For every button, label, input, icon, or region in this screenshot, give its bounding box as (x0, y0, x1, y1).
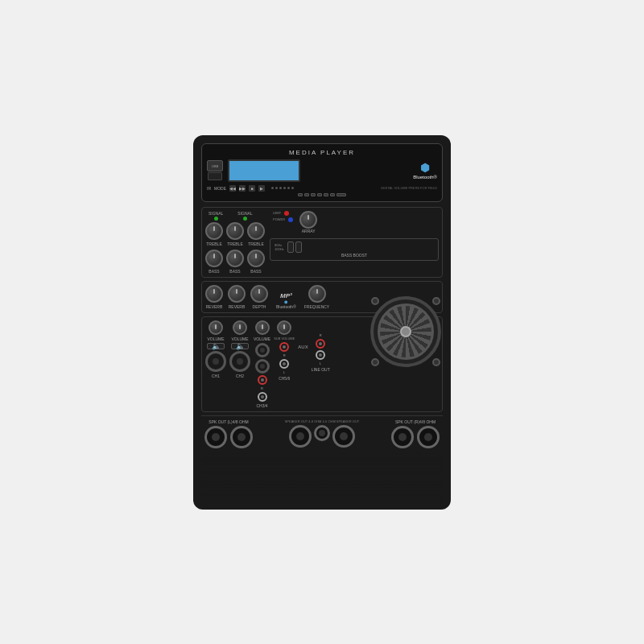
ch1-label: CH1 (212, 374, 220, 378)
mp3-bluetooth-wrap: MP³ ⬢ Bluetooth® (276, 292, 296, 309)
lineout-rca: R L (316, 333, 325, 365)
boost-switch-1[interactable] (287, 242, 294, 253)
speaker-sym-1: 🔈 (212, 342, 221, 350)
ch2-jack[interactable] (229, 351, 250, 372)
ch34-jack-2[interactable] (255, 359, 270, 374)
lineout-rca-r[interactable] (316, 339, 325, 349)
spk-r-jacks (391, 426, 440, 448)
frequency-knob[interactable] (308, 285, 326, 303)
center-jack-3[interactable] (332, 425, 355, 448)
channel-strip-3: TREBLE (247, 222, 265, 246)
bass-label-2: BASS (229, 269, 240, 274)
limit-power-indicators: LIMIT POWER (273, 211, 293, 222)
ch1-symbol: 🔈 (207, 343, 225, 349)
preset-row (207, 193, 437, 196)
spk-l-jack-1[interactable] (204, 426, 227, 448)
frequency-strip: FREQUENCY (304, 285, 329, 309)
vol-knob-ch34[interactable] (255, 320, 270, 335)
treble-knob-2[interactable] (226, 222, 244, 240)
limit-led (284, 211, 289, 216)
bass-boost-switches (287, 242, 302, 253)
vol-knob-ch56[interactable] (277, 320, 291, 335)
bass-row: BASS BASS BASS (205, 250, 265, 274)
treble-knob-1[interactable] (205, 222, 223, 240)
ch34-block: VOLUME R CH3/4 (254, 320, 270, 408)
ch2-symbol: 🔈 (231, 343, 249, 349)
channel-strip-1: TREBLE (205, 222, 223, 246)
vol-label-ch1: VOLUME (207, 336, 224, 341)
speaker-out-label: SPEAKER OUT 4-8 OHM 4-6 OHM SPEAKER OUT (285, 419, 360, 423)
ch56-rca: R L (279, 342, 289, 374)
usb-slot[interactable]: USB (207, 160, 223, 171)
mode-dots (271, 187, 294, 189)
prev-btn[interactable]: ◀◀ (229, 185, 236, 192)
fan-container (370, 296, 443, 369)
treble-label-3: TREBLE (248, 242, 263, 246)
spk-r-jack-2[interactable] (417, 426, 440, 448)
bass-knob-2[interactable] (226, 250, 244, 267)
spk-out-l-block: SPK OUT (L)4/8 OHM (204, 419, 253, 448)
center-jack-1[interactable] (289, 425, 312, 448)
play-btn[interactable]: ▶ (258, 185, 265, 192)
rca-red-r2[interactable] (279, 342, 289, 352)
boost-switch-2[interactable] (295, 242, 302, 253)
screw-tr (432, 297, 440, 305)
bass-strip-2: BASS (226, 250, 244, 274)
spk-l-jack-2[interactable] (230, 426, 253, 448)
frequency-label: FREQUENCY (304, 304, 329, 309)
l-lineout-label: L (320, 361, 321, 365)
lineout-rca-l[interactable] (316, 350, 325, 360)
digital-vol-label: DIGITAL VOLUME PRESS FOR FIELD (381, 186, 437, 190)
bass-label-1: BASS (208, 269, 219, 274)
vol-label-ch34: VOLUME (254, 336, 270, 341)
speaker-out-center-block: SPEAKER OUT 4-8 OHM 4-6 OHM SPEAKER OUT (258, 419, 386, 448)
limit-power-array: LIMIT POWER ARRAY (270, 211, 439, 233)
array-knob[interactable] (299, 211, 317, 229)
screw-tl (371, 297, 379, 305)
ch1-jack[interactable] (205, 351, 226, 372)
spk-out-section: SPK OUT (L)4/8 OHM SPEAKER OUT 4-8 OHM 4… (201, 415, 443, 452)
reverb-knob-1[interactable] (205, 285, 223, 303)
sub-vol-label: SUB VOLUME (274, 336, 295, 341)
aux-label: AUX (298, 345, 308, 349)
array-knob-wrap: ARRAY (299, 211, 317, 233)
bass-knob-1[interactable] (205, 250, 223, 267)
reverb-knob-2[interactable] (228, 285, 246, 303)
ch56-label: CH5/6 (279, 376, 290, 381)
power-led (288, 217, 293, 222)
usb-label: USB (212, 164, 218, 168)
l-label: L (283, 370, 285, 374)
stop-btn[interactable]: ■ (249, 185, 255, 192)
reverb-label-2: REVERB (229, 304, 246, 309)
treble-row: TREBLE TREBLE TREBLE (205, 222, 265, 246)
speaker-sym-2: 🔈 (236, 342, 245, 350)
rca-red-r[interactable] (258, 375, 267, 385)
rca-white-l[interactable] (258, 392, 267, 402)
vol-knob-ch2[interactable] (233, 320, 247, 335)
bass-boost-section: 80Hz 100Hz BASS BOOST (270, 238, 439, 261)
depth-knob[interactable] (250, 285, 268, 303)
lineout-block: R L LINE OUT (312, 320, 330, 372)
spk-out-l-label: SPK OUT (L)4/8 OHM (208, 419, 248, 424)
next-btn[interactable]: ▶▶ (239, 185, 246, 192)
ch34-jack-1[interactable] (255, 343, 270, 357)
lcd-display (228, 159, 300, 182)
fan-hub (400, 326, 411, 337)
bass-strip-1: BASS (205, 250, 223, 274)
r-label-2: R (283, 353, 286, 357)
depth-strip: DEPTH (250, 285, 268, 309)
eq-channels: SIGNAL SIGNAL TREBLE (205, 211, 265, 274)
r-lineout-label: R (320, 333, 322, 337)
limit-text: LIMIT (273, 211, 281, 215)
bass-knob-3[interactable] (247, 250, 265, 267)
rca-white-l2[interactable] (279, 359, 289, 369)
spk-r-jack-1[interactable] (391, 426, 414, 448)
signal-label-1: SIGNAL (208, 211, 223, 216)
vol-knob-ch1[interactable] (208, 320, 223, 335)
card-slot[interactable] (208, 172, 222, 180)
power-text: POWER (273, 217, 285, 221)
bluetooth-label: Bluetooth® (413, 175, 437, 180)
treble-knob-3[interactable] (247, 222, 265, 240)
center-jack-2[interactable] (314, 425, 330, 441)
reflection (201, 453, 443, 502)
